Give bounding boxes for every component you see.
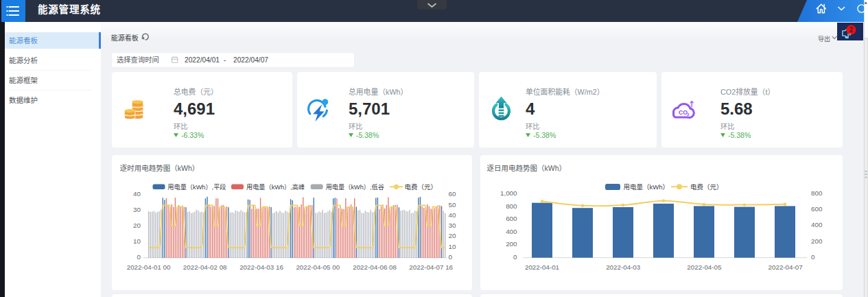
svg-text:800: 800: [506, 202, 517, 210]
svg-text:30: 30: [133, 206, 141, 213]
svg-text:60: 60: [449, 190, 456, 198]
svg-text:600: 600: [811, 205, 823, 213]
svg-text:400: 400: [506, 228, 517, 235]
svg-text:30: 30: [449, 222, 456, 229]
svg-text:1,000: 1,000: [500, 189, 517, 197]
svg-text:用电量（kWh）,高峰: 用电量（kWh）,高峰: [246, 183, 305, 191]
svg-text:10: 10: [133, 237, 141, 245]
svg-text:2022-04-05: 2022-04-05: [687, 263, 722, 271]
svg-text:20: 20: [133, 222, 141, 229]
svg-text:用电量（kWh）,平段: 用电量（kWh）,平段: [167, 183, 226, 191]
svg-text:2022-04-03: 2022-04-03: [606, 263, 641, 271]
svg-text:40: 40: [133, 190, 141, 198]
svg-text:400: 400: [811, 221, 823, 228]
svg-text:用电量（kWh）,低谷: 用电量（kWh）,低谷: [326, 183, 384, 191]
svg-text:600: 600: [506, 215, 517, 222]
svg-text:2022-04-01: 2022-04-01: [525, 263, 559, 271]
svg-text:200: 200: [506, 240, 517, 248]
svg-text:2: 2: [849, 26, 854, 34]
svg-text:20: 20: [449, 232, 456, 239]
svg-text:2022-04-05 00: 2022-04-05 00: [296, 263, 340, 271]
svg-text:2022-04-07: 2022-04-07: [769, 263, 803, 271]
svg-text:200: 200: [811, 237, 823, 245]
svg-text:2022-04-06 08: 2022-04-06 08: [353, 263, 397, 271]
svg-text:800: 800: [811, 189, 823, 197]
svg-text:2022-04-02 08: 2022-04-02 08: [183, 263, 227, 271]
svg-text:0: 0: [449, 253, 453, 261]
svg-text:0: 0: [137, 253, 141, 261]
svg-text:40: 40: [449, 211, 456, 219]
svg-text:50: 50: [449, 201, 456, 209]
svg-text:电费（元）: 电费（元）: [690, 183, 723, 191]
svg-text:电费（元）: 电费（元）: [404, 183, 437, 191]
svg-text:用电量（kWh）: 用电量（kWh）: [624, 183, 670, 191]
svg-text:0: 0: [811, 253, 815, 261]
svg-text:2022-04-07 16: 2022-04-07 16: [409, 263, 453, 271]
svg-text:0: 0: [513, 253, 517, 261]
svg-text:CO: CO: [679, 109, 688, 116]
svg-text:2022-04-03 16: 2022-04-03 16: [239, 263, 283, 271]
svg-text:2022-04-01 00: 2022-04-01 00: [127, 263, 171, 271]
svg-text:10: 10: [449, 243, 456, 250]
